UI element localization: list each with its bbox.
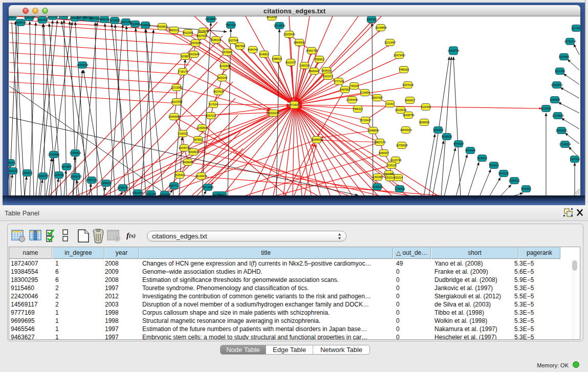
svg-text:16648784: 16648784 <box>448 49 460 52</box>
svg-text:7485063: 7485063 <box>399 68 409 71</box>
svg-text:1421072: 1421072 <box>323 75 333 78</box>
svg-text:4635061: 4635061 <box>9 161 15 164</box>
svg-text:15716485: 15716485 <box>202 186 214 189</box>
svg-text:18300295: 18300295 <box>268 112 279 115</box>
svg-text:8938918: 8938918 <box>442 135 452 138</box>
svg-text:7515546: 7515546 <box>130 23 140 26</box>
svg-text:10654945: 10654945 <box>168 115 180 118</box>
svg-text:9657771: 9657771 <box>169 184 179 187</box>
svg-text:9474444: 9474444 <box>465 149 475 152</box>
svg-text:17016504: 17016504 <box>559 143 571 146</box>
svg-text:1875685: 1875685 <box>222 51 232 54</box>
svg-text:12923446: 12923446 <box>132 191 144 194</box>
svg-text:3124554: 3124554 <box>360 91 370 94</box>
svg-text:25053346: 25053346 <box>77 63 89 67</box>
svg-text:9975867: 9975867 <box>61 165 72 168</box>
svg-text:1352485: 1352485 <box>373 176 383 179</box>
svg-text:1588520: 1588520 <box>272 57 282 60</box>
svg-text:2718170: 2718170 <box>178 70 188 73</box>
svg-text:16107552: 16107552 <box>171 100 183 103</box>
svg-text:1527602: 1527602 <box>90 17 100 20</box>
svg-text:12213383: 12213383 <box>171 86 183 89</box>
svg-text:10688609: 10688609 <box>367 129 379 132</box>
svg-text:7625402: 7625402 <box>175 173 185 177</box>
svg-text:1117345: 1117345 <box>571 27 580 30</box>
svg-text:12093872: 12093872 <box>551 83 563 86</box>
svg-text:20691406: 20691406 <box>37 18 49 21</box>
svg-text:2069140: 2069140 <box>24 16 34 19</box>
svg-text:9245652: 9245652 <box>521 187 531 190</box>
svg-text:12942757: 12942757 <box>37 174 49 178</box>
svg-text:746206: 746206 <box>350 84 358 87</box>
svg-text:8813054: 8813054 <box>267 16 277 18</box>
svg-text:8322037: 8322037 <box>286 61 296 64</box>
svg-text:16782759: 16782759 <box>117 186 129 189</box>
svg-text:6497563: 6497563 <box>340 88 350 91</box>
svg-text:19144479: 19144479 <box>195 174 207 178</box>
svg-text:8990443: 8990443 <box>309 70 319 73</box>
svg-text:14055724: 14055724 <box>15 21 27 24</box>
svg-text:7955812: 7955812 <box>314 58 324 61</box>
svg-text:3215955: 3215955 <box>541 107 551 110</box>
svg-text:12353594: 12353594 <box>197 126 208 129</box>
svg-text:14099483: 14099483 <box>182 161 194 164</box>
svg-text:10025438: 10025438 <box>395 108 407 112</box>
svg-text:15692951: 15692951 <box>556 129 568 132</box>
svg-text:9146821: 9146821 <box>259 53 269 56</box>
svg-text:1145194: 1145194 <box>54 173 64 177</box>
svg-text:6899695: 6899695 <box>419 121 429 124</box>
svg-text:19218506: 19218506 <box>274 24 286 27</box>
svg-text:252214: 252214 <box>385 176 394 179</box>
svg-text:12975115: 12975115 <box>402 83 414 86</box>
svg-text:5493822: 5493822 <box>188 150 199 154</box>
svg-text:9827503: 9827503 <box>197 34 207 37</box>
svg-text:1733426: 1733426 <box>395 187 405 190</box>
svg-text:10756928: 10756928 <box>396 144 408 147</box>
svg-text:7515546: 7515546 <box>140 24 150 27</box>
svg-text:1916632: 1916632 <box>178 132 188 135</box>
svg-text:963412: 963412 <box>217 193 226 195</box>
svg-text:10543382: 10543382 <box>190 41 202 45</box>
svg-text:1640954: 1640954 <box>433 128 443 132</box>
svg-text:9329966: 9329966 <box>559 55 569 58</box>
svg-text:19384554: 19384554 <box>311 138 323 141</box>
svg-text:1615132: 1615132 <box>386 164 397 167</box>
svg-text:13325419: 13325419 <box>284 33 295 36</box>
svg-text:8427512: 8427512 <box>213 90 224 93</box>
svg-text:6879197: 6879197 <box>453 142 464 145</box>
svg-text:8454749: 8454749 <box>248 48 258 51</box>
svg-text:391194: 391194 <box>9 169 17 172</box>
svg-text:14120746: 14120746 <box>390 159 402 162</box>
svg-text:19654923: 19654923 <box>400 128 412 132</box>
svg-text:14136141: 14136141 <box>372 185 383 188</box>
svg-text:1065328: 1065328 <box>48 16 58 18</box>
svg-text:9777149: 9777149 <box>334 80 344 83</box>
svg-text:15495756: 15495756 <box>403 114 415 117</box>
svg-text:9463627: 9463627 <box>58 16 69 17</box>
svg-text:1292344: 1292344 <box>160 193 170 195</box>
svg-text:6466160: 6466160 <box>99 18 110 21</box>
svg-text:16961758: 16961758 <box>306 49 318 52</box>
svg-text:23226058: 23226058 <box>198 30 209 33</box>
svg-text:10654112: 10654112 <box>509 179 520 182</box>
svg-text:17957223: 17957223 <box>86 179 98 182</box>
svg-text:10719155: 10719155 <box>109 19 121 22</box>
svg-text:1292344: 1292344 <box>146 192 156 195</box>
svg-text:12505135: 12505135 <box>70 175 82 178</box>
svg-text:9327546: 9327546 <box>228 39 238 42</box>
svg-text:16154808: 16154808 <box>375 26 387 29</box>
svg-text:8186328: 8186328 <box>211 38 221 41</box>
svg-text:15751074: 15751074 <box>564 40 576 43</box>
svg-text:2803144: 2803144 <box>217 76 227 79</box>
svg-text:18807279: 18807279 <box>374 141 386 144</box>
svg-text:1405572: 1405572 <box>9 16 17 18</box>
svg-text:7986322: 7986322 <box>353 107 363 111</box>
svg-text:2867608: 2867608 <box>235 45 245 48</box>
svg-text:7632621: 7632621 <box>489 164 499 167</box>
svg-text:10958107: 10958107 <box>100 182 112 185</box>
svg-text:62160: 62160 <box>386 102 394 105</box>
svg-text:8660123: 8660123 <box>169 29 179 32</box>
svg-text:18640910: 18640910 <box>294 41 306 44</box>
svg-text:817004: 817004 <box>209 103 217 106</box>
svg-text:10210643: 10210643 <box>552 114 564 117</box>
